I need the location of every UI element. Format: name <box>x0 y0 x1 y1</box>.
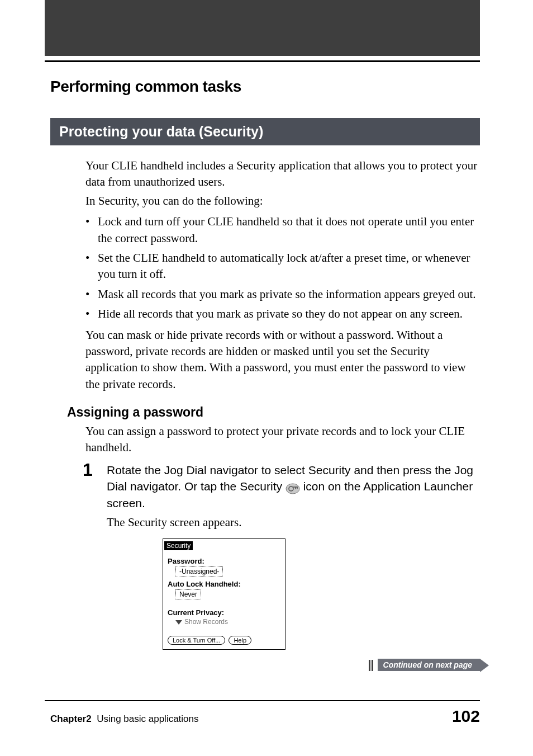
password-field: -Unassigned- <box>175 566 223 577</box>
security-icon <box>285 482 300 493</box>
step-instruction: Rotate the Jog Dial navigator to select … <box>107 462 480 511</box>
lock-turnoff-button: Lock & Turn Off... <box>168 636 225 645</box>
step-1: 1 Rotate the Jog Dial navigator to selec… <box>85 462 480 650</box>
privacy-dropdown: Show Records <box>175 618 280 626</box>
privacy-value: Show Records <box>184 618 228 626</box>
bullet-item: •Set the CLIE handheld to automatically … <box>85 250 480 283</box>
after-bullets-paragraph: You can mask or hide private records wit… <box>85 327 480 393</box>
help-button: Help <box>229 636 251 645</box>
footer-rule <box>45 700 480 701</box>
bullet-item: •Mask all records that you mark as priva… <box>85 286 480 303</box>
header-rule <box>45 60 480 62</box>
continued-label: Continued on next page <box>383 660 472 669</box>
continued-ribbon: Continued on next page <box>369 659 480 671</box>
bullet-item: •Hide all records that you mark as priva… <box>85 306 480 322</box>
bullet-text: Hide all records that you mark as privat… <box>98 307 463 320</box>
bullet-item: •Lock and turn off your CLIE handheld so… <box>85 214 480 247</box>
autolock-field: Never <box>175 589 201 599</box>
footer-chapter: Chapter2 Using basic applications <box>50 714 199 725</box>
feature-bullet-list: •Lock and turn off your CLIE handheld so… <box>85 214 480 322</box>
footer-chapter-number: Chapter2 <box>50 714 92 724</box>
bullet-text: Lock and turn off your CLIE handheld so … <box>98 215 474 244</box>
ribbon-bars-icon <box>369 660 374 671</box>
intro-paragraph-2: In Security, you can do the following: <box>85 193 480 209</box>
password-label: Password: <box>168 557 280 565</box>
subsection-heading: Assigning a password <box>67 405 480 420</box>
privacy-label: Current Privacy: <box>168 608 280 617</box>
step-result: The Security screen appears. <box>107 514 480 531</box>
ribbon-arrow-icon <box>480 659 489 672</box>
subsection-intro: You can assign a password to protect you… <box>85 423 480 456</box>
security-screen-screenshot: Security Password: -Unassigned- Auto Loc… <box>163 538 285 650</box>
step-number: 1 <box>83 460 93 480</box>
section-title-bar: Protecting your data (Security) <box>50 118 480 145</box>
header-band <box>45 0 480 56</box>
bullet-text: Mask all records that you mark as privat… <box>98 287 475 301</box>
footer-chapter-desc: Using basic applications <box>97 714 198 724</box>
chapter-heading: Performing common tasks <box>50 78 480 96</box>
page-number: 102 <box>452 707 480 726</box>
intro-paragraph-1: Your CLIE handheld includes a Security a… <box>85 158 480 191</box>
bullet-text: Set the CLIE handheld to automatically l… <box>98 251 470 281</box>
chevron-down-icon <box>175 620 182 625</box>
autolock-label: Auto Lock Handheld: <box>168 580 280 588</box>
screenshot-title: Security <box>164 541 193 550</box>
